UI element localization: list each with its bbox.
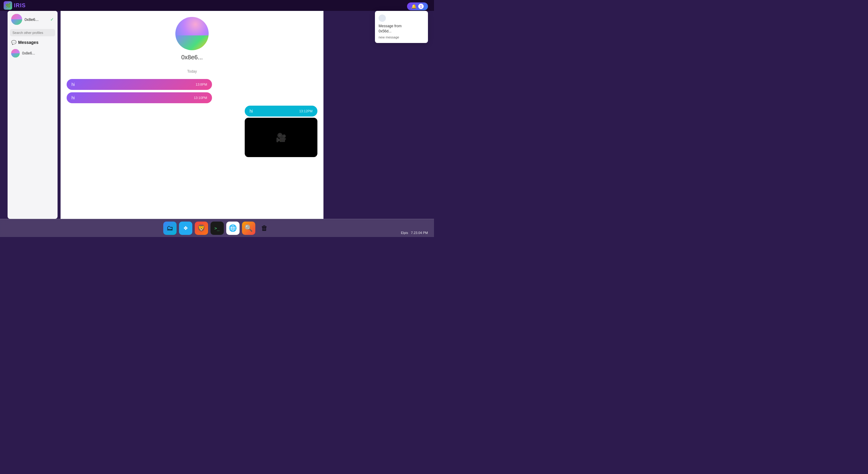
statusbar: Elpis 7.23.04 PM: [401, 231, 428, 235]
avatar: [11, 49, 20, 58]
message-bubble-sent: hi 13:8PM: [67, 79, 212, 90]
notification-count: 1: [418, 4, 424, 9]
message-bubble-sent: hi 13:10PM: [67, 92, 212, 103]
main-chat: 0x8e6... Today hi 13:8PM hi 13:10PM hi 1…: [61, 11, 323, 219]
attachment-content: 🎥: [245, 118, 317, 157]
message-text: hi: [71, 95, 75, 100]
logo: 🌿 IRIS: [4, 1, 26, 10]
search-input[interactable]: [10, 29, 55, 36]
dock-item-chrome[interactable]: 🌐: [226, 222, 240, 235]
app-title: IRIS: [14, 2, 26, 9]
dock-item-vscode[interactable]: ❖: [179, 222, 192, 235]
notification-bell[interactable]: 🔔 1: [407, 2, 428, 10]
dock-item-brave[interactable]: 🦁: [195, 222, 208, 235]
chat-header: 0x8e6...: [61, 11, 323, 67]
verified-icon: ✓: [50, 17, 54, 22]
notif-body: new message: [379, 35, 424, 39]
messages-container: hi 13:8PM hi 13:10PM hi 13:12PM 🎥: [61, 76, 323, 163]
dock-item-proxyman[interactable]: 🔍: [242, 222, 255, 235]
dock-item-finder[interactable]: 🗂: [163, 222, 177, 235]
search-bar: Search: [10, 29, 55, 36]
contact-name: 0x8e6...: [22, 51, 35, 56]
username-label: 0x8e6...: [25, 17, 48, 22]
list-item[interactable]: 0x8e6...: [11, 47, 54, 59]
logo-icon: 🌿: [4, 1, 12, 10]
app-header: 🌿 IRIS: [0, 0, 434, 11]
dock-item-terminal[interactable]: >_: [211, 222, 224, 235]
chat-avatar: [175, 17, 209, 50]
sidebar-user[interactable]: 0x8e6... ✓: [7, 11, 58, 28]
statusbar-app: Elpis: [401, 231, 408, 235]
messages-title: Messages: [18, 40, 38, 45]
message-bubble-received: hi 13:12PM: [245, 106, 317, 116]
notif-avatar: [379, 14, 386, 22]
bell-icon: 🔔: [411, 4, 416, 9]
dock-item-trash[interactable]: 🗑: [258, 222, 271, 235]
dock: 🗂 ❖ 🦁 >_ 🌐 🔍 🗑: [0, 219, 434, 237]
message-text: hi: [250, 109, 253, 113]
avatar: [11, 14, 22, 25]
chat-date: Today: [61, 67, 323, 76]
video-icon: 🎥: [276, 133, 286, 142]
notification-panel: Message from 0x56d... new message: [375, 11, 428, 43]
message-time: 13:8PM: [196, 82, 207, 86]
messages-icon: 💬: [11, 40, 17, 45]
notif-from: Message from 0x56d...: [379, 24, 424, 34]
message-time: 13:12PM: [299, 109, 313, 113]
messages-header: 💬 Messages: [11, 40, 54, 45]
chat-username: 0x8e6...: [181, 54, 203, 61]
statusbar-time: 7.23.04 PM: [411, 231, 428, 235]
table-row: hi 13:12PM 🎥: [67, 106, 317, 157]
message-text: hi: [71, 82, 75, 87]
table-row: hi 13:10PM: [67, 92, 317, 103]
message-time: 13:10PM: [194, 96, 207, 100]
message-attachment: 🎥: [245, 118, 317, 157]
table-row: hi 13:8PM: [67, 79, 317, 90]
sidebar: 0x8e6... ✓ Search 💬 Messages 0x8e6...: [7, 11, 58, 219]
messages-section: 💬 Messages 0x8e6...: [7, 37, 58, 61]
